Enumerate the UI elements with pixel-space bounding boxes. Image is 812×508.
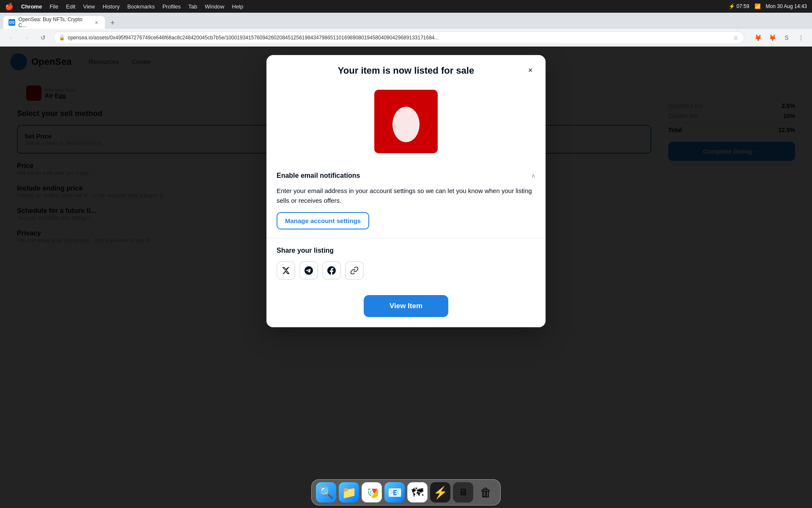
dock-trash[interactable]: 🗑 — [476, 482, 496, 502]
notification-section: Enable email notifications ∧ Enter your … — [266, 163, 546, 238]
modal-header: Your item is now listed for sale × — [266, 55, 546, 83]
battery-indicator: ⚡ 07:59 — [729, 3, 749, 9]
url-text: opensea.io/assets/0x495f947276749ce646f6… — [68, 35, 731, 41]
modal-footer: View Item — [266, 288, 546, 327]
dock-finder[interactable]: 🔍 — [316, 482, 336, 502]
view-menu[interactable]: View — [83, 3, 95, 10]
history-menu[interactable]: History — [102, 3, 119, 10]
share-section: Share your listing — [266, 238, 546, 288]
modal-title: Your item is now listed for sale — [338, 65, 474, 76]
dock-chrome[interactable] — [362, 482, 382, 502]
metamask-button[interactable]: 🦊 — [766, 32, 778, 44]
chrome-icon — [365, 486, 378, 499]
app-name: Chrome — [21, 3, 42, 10]
wifi-icon: 📶 — [754, 3, 761, 9]
clock: Mon 30 Aug 14:43 — [766, 3, 807, 9]
edit-menu[interactable]: Edit — [66, 3, 75, 10]
nft-image-container — [266, 83, 546, 163]
back-button[interactable]: ‹ — [5, 32, 17, 44]
svg-point-0 — [392, 107, 420, 142]
forward-button[interactable]: › — [21, 32, 33, 44]
extensions-button[interactable]: 🦊 — [752, 32, 764, 44]
dock-maps[interactable]: 🗺 — [407, 482, 428, 502]
profiles-menu[interactable]: Profiles — [162, 3, 181, 10]
reload-button[interactable]: ↺ — [37, 32, 49, 44]
lock-icon: 🔒 — [59, 35, 65, 41]
menu-bar: 🍎 Chrome File Edit View History Bookmark… — [0, 0, 812, 13]
browser-actions: 🦊 🦊 S ⋮ — [752, 32, 807, 44]
share-title: Share your listing — [277, 247, 535, 254]
view-item-button[interactable]: View Item — [364, 295, 448, 317]
dock-display[interactable]: 🖥 — [453, 482, 473, 502]
facebook-icon — [327, 266, 336, 275]
copy-link-button[interactable] — [345, 261, 364, 280]
apple-menu[interactable]: 🍎 — [5, 3, 14, 11]
link-icon — [350, 266, 359, 275]
bookmark-icon[interactable]: ☆ — [733, 34, 739, 41]
share-buttons — [277, 261, 535, 280]
notification-section-header[interactable]: Enable email notifications ∧ — [277, 172, 535, 179]
notification-description: Enter your email address in your account… — [277, 186, 535, 205]
browser-tab[interactable]: OS OpenSea: Buy NFTs, Crypto C... ✕ — [3, 16, 105, 29]
address-bar: ‹ › ↺ 🔒 opensea.io/assets/0x495f94727674… — [0, 29, 812, 47]
dock-bolt[interactable]: ⚡ — [430, 482, 450, 502]
nft-image — [374, 90, 438, 153]
tab-menu[interactable]: Tab — [188, 3, 197, 10]
listing-success-modal: Your item is now listed for sale × Enabl… — [266, 55, 546, 327]
dock-mail[interactable]: 📧 — [384, 482, 405, 502]
telegram-share-button[interactable] — [299, 261, 318, 280]
notification-section-body: Enter your email address in your account… — [277, 186, 535, 229]
window-menu[interactable]: Window — [205, 3, 224, 10]
telegram-icon — [304, 266, 313, 275]
profile-button[interactable]: S — [781, 32, 793, 44]
tab-bar: OS OpenSea: Buy NFTs, Crypto C... ✕ + — [0, 13, 812, 29]
chevron-up-icon: ∧ — [531, 172, 535, 179]
dock: 🔍 📁 📧 🗺 ⚡ 🖥 🗑 — [311, 479, 501, 505]
twitter-share-button[interactable] — [277, 261, 295, 280]
dock-files[interactable]: 📁 — [339, 482, 359, 502]
file-menu[interactable]: File — [49, 3, 58, 10]
bookmarks-menu[interactable]: Bookmarks — [127, 3, 155, 10]
modal-overlay: Your item is now listed for sale × Enabl… — [0, 47, 812, 508]
manage-account-settings-button[interactable]: Manage account settings — [277, 212, 369, 229]
modal-close-button[interactable]: × — [524, 64, 537, 77]
browser-chrome: OS OpenSea: Buy NFTs, Crypto C... ✕ + ‹ … — [0, 13, 812, 47]
tab-close-button[interactable]: ✕ — [93, 19, 100, 26]
new-tab-button[interactable]: + — [107, 17, 118, 29]
facebook-share-button[interactable] — [322, 261, 341, 280]
menu-bar-right: ⚡ 07:59 📶 Mon 30 Aug 14:43 — [729, 3, 807, 9]
more-options-button[interactable]: ⋮ — [795, 32, 807, 44]
svg-point-4 — [370, 491, 373, 494]
notification-title: Enable email notifications — [277, 172, 360, 179]
tab-favicon: OS — [8, 19, 15, 26]
url-bar[interactable]: 🔒 opensea.io/assets/0x495f947276749ce646… — [53, 31, 744, 44]
twitter-icon — [282, 266, 290, 275]
tab-title: OpenSea: Buy NFTs, Crypto C... — [19, 17, 90, 28]
help-menu[interactable]: Help — [232, 3, 244, 10]
egg-illustration — [389, 98, 423, 145]
